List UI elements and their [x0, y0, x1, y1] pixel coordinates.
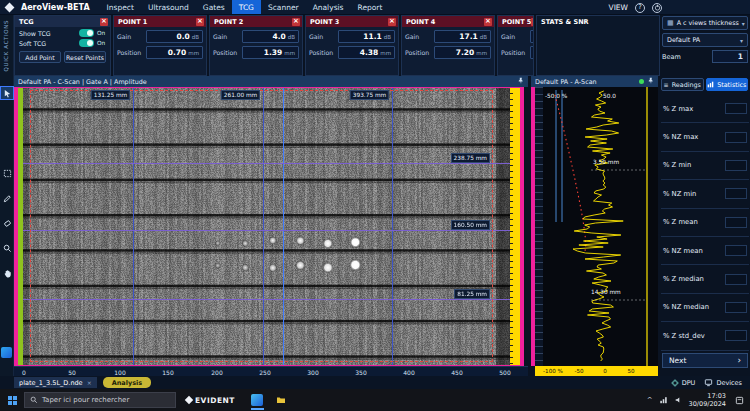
position-field[interactable]: 1.39mm — [242, 46, 299, 59]
cscan-view[interactable]: 131.25 mm 261.00 mm 393.75 mm 238.75 mm … — [14, 87, 528, 366]
stat-row[interactable]: % NZ mean — [661, 237, 749, 265]
stat-row[interactable]: % NZ max — [661, 123, 749, 151]
ascan-plot[interactable]: -50.0 % 50.0 3.50 mm 14.30 mm — [543, 87, 650, 366]
ascan-title: Default PA - A-Scan — [535, 78, 597, 86]
file-tab[interactable]: plate_1_3.5L_D.nde × — [14, 377, 97, 388]
x-tick: 400 — [403, 369, 414, 376]
stat-value-box — [725, 302, 747, 313]
ascan-view[interactable]: -50.0 % 50.0 3.50 mm 14.30 mm — [531, 87, 658, 366]
app-title: AeroView-BETA — [21, 3, 90, 12]
aeroview-app-window: AeroView-BETA Inspect Ultrasound Gates T… — [0, 0, 750, 411]
stat-row[interactable]: % Z max — [661, 95, 749, 123]
start-button[interactable] — [0, 389, 24, 411]
close-icon[interactable]: × — [531, 18, 534, 26]
menu-item-analysis[interactable]: Analysis — [306, 0, 351, 14]
menu-item-gates[interactable]: Gates — [196, 0, 232, 14]
stat-row[interactable]: % Z median — [661, 265, 749, 293]
devices-button[interactable]: Devices — [704, 378, 742, 387]
depth-marker-label: 3.50 mm — [593, 159, 619, 165]
zoom-tool-button[interactable] — [1, 242, 13, 254]
close-icon[interactable]: × — [196, 18, 204, 26]
pencil-icon — [3, 194, 12, 203]
menu-item-inspect[interactable]: Inspect — [100, 0, 141, 14]
add-point-button[interactable]: Add Point — [19, 51, 61, 63]
aeroview-taskbar-button[interactable] — [249, 390, 266, 410]
hand-icon — [3, 269, 12, 278]
close-icon[interactable]: × — [484, 18, 492, 26]
taskbar-clock[interactable]: 17:03 30/09/2024 — [689, 392, 726, 409]
cursor-position-label: 393.75 mm — [350, 90, 389, 100]
pa-dropdown[interactable]: Default PA ▾ — [662, 33, 748, 47]
show-tcg-toggle[interactable] — [79, 29, 94, 37]
network-icon[interactable] — [659, 396, 668, 404]
menu-item-ultrasound[interactable]: Ultrasound — [141, 0, 196, 14]
evident-taskbar-button[interactable]: EVIDENT — [186, 396, 235, 405]
marquee-tool-button[interactable] — [1, 167, 13, 179]
stat-row[interactable]: % NZ min — [661, 180, 749, 208]
taskbar-search-input[interactable]: Taper ici pour rechercher — [24, 392, 176, 408]
cscan-header[interactable]: Default PA - C-Scan | Gate A | Amplitude — [14, 76, 528, 87]
soft-tcg-state: On — [97, 40, 106, 46]
tray-expand-icon[interactable]: ^ — [647, 396, 653, 404]
x-tick: 100 — [114, 369, 125, 376]
file-explorer-taskbar-button[interactable] — [273, 390, 290, 410]
pan-tool-button[interactable] — [1, 267, 13, 279]
close-icon[interactable]: × — [292, 18, 300, 26]
point-title: POINT 3 — [310, 18, 339, 26]
power-icon[interactable] — [652, 3, 662, 13]
gate-threshold-label: -50.0 % — [545, 93, 567, 99]
gain-label: Gain — [309, 33, 336, 40]
stats-snr-panel: STATS & SNR — [536, 15, 660, 76]
soft-tcg-toggle[interactable] — [79, 39, 94, 47]
close-icon[interactable]: × — [87, 379, 92, 386]
gain-field[interactable] — [530, 30, 534, 43]
stat-row[interactable]: % Z std_dev — [661, 322, 749, 350]
reset-points-button[interactable]: Reset Points — [64, 51, 106, 63]
next-button[interactable]: Next › — [662, 353, 748, 368]
x-tick: 200 — [211, 369, 222, 376]
annotate-tool-button[interactable] — [1, 192, 13, 204]
gain-field[interactable]: 11.1dB — [338, 30, 395, 43]
eraser-tool-button[interactable] — [1, 217, 13, 229]
pointer-tool-button[interactable] — [1, 87, 13, 99]
beam-stepper[interactable]: 1 — [712, 50, 748, 63]
menu-item-tcg[interactable]: TCG — [232, 0, 261, 14]
pin-icon[interactable] — [647, 77, 654, 86]
cursor-position-label: 160.50 mm — [451, 220, 490, 230]
menu-item-scanner[interactable]: Scanner — [261, 0, 306, 14]
dpu-button[interactable]: DPU — [671, 379, 696, 387]
tab-statistics[interactable]: Statistics — [706, 78, 749, 91]
views-dropdown[interactable]: ▦ A c views thickness ▾ — [662, 16, 748, 30]
stat-row[interactable]: % NZ median — [661, 294, 749, 322]
stat-row[interactable]: % Z min — [661, 152, 749, 180]
layers-button[interactable] — [1, 347, 12, 358]
pin-icon[interactable] — [517, 77, 524, 86]
menu-item-report[interactable]: Report — [351, 0, 390, 14]
x-tick: -100 % — [543, 368, 563, 374]
ascan-header[interactable]: Default PA - A-Scan — [531, 76, 658, 87]
analysis-zone-outline[interactable] — [30, 90, 493, 362]
help-icon[interactable]: ? — [635, 3, 645, 13]
point-title: POINT 2 — [214, 18, 243, 26]
gain-field[interactable]: 0.0dB — [146, 30, 203, 43]
position-field[interactable]: 0.70mm — [146, 46, 203, 59]
tab-readings[interactable]: ≡ Readings — [661, 78, 704, 91]
position-field[interactable]: 7.20mm — [434, 46, 491, 59]
close-icon[interactable]: × — [100, 18, 108, 26]
analysis-mode-button[interactable]: Analysis — [103, 377, 151, 388]
stat-value-box — [725, 103, 747, 114]
stat-row[interactable]: % Z mean — [661, 209, 749, 237]
volume-icon[interactable] — [674, 396, 683, 404]
beam-row: Beam 1 — [662, 50, 748, 63]
view-controls: ▦ A c views thickness ▾ Default PA ▾ Bea… — [662, 16, 748, 63]
chip-icon — [671, 379, 679, 387]
position-field[interactable] — [530, 46, 534, 59]
close-icon[interactable]: × — [388, 18, 396, 26]
readings-icon: ≡ — [664, 82, 669, 88]
gain-field[interactable]: 4.0dB — [242, 30, 299, 43]
gain-field[interactable]: 17.1dB — [434, 30, 491, 43]
view-menu[interactable]: VIEW — [609, 3, 629, 12]
point-5-panel: POINT 5 × Gain Position — [497, 15, 534, 76]
position-field[interactable]: 4.38mm — [338, 46, 395, 59]
notification-center-button[interactable] — [732, 389, 746, 411]
